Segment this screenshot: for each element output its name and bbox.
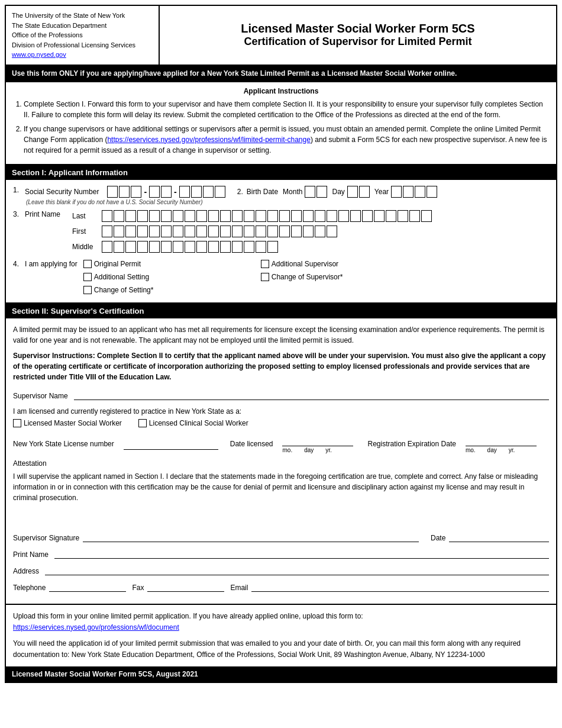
last-b-6[interactable]	[161, 210, 172, 222]
checkbox-original-permit-box[interactable]	[83, 260, 92, 268]
first-b-19[interactable]	[315, 226, 325, 237]
last-b-19[interactable]	[315, 210, 325, 222]
last-b-2[interactable]	[114, 210, 124, 222]
last-b-10[interactable]	[208, 210, 219, 222]
first-b-8[interactable]	[185, 226, 195, 237]
last-b-24[interactable]	[374, 210, 385, 222]
last-b-13[interactable]	[244, 210, 254, 222]
year-box-1[interactable]	[391, 186, 402, 198]
checkbox-additional-supervisor-box[interactable]	[261, 260, 269, 268]
mid-b-5[interactable]	[149, 241, 160, 253]
last-b-25[interactable]	[386, 210, 396, 222]
mid-b-6[interactable]	[161, 241, 172, 253]
mid-b-10[interactable]	[208, 241, 219, 253]
last-b-23[interactable]	[362, 210, 373, 222]
day-box-1[interactable]	[347, 186, 358, 198]
first-b-2[interactable]	[114, 226, 124, 237]
mid-b-12[interactable]	[232, 241, 243, 253]
year-boxes[interactable]	[391, 186, 437, 198]
last-b-12[interactable]	[232, 210, 243, 222]
first-b-5[interactable]	[149, 226, 160, 237]
ssn-box-9[interactable]	[215, 186, 225, 198]
first-b-4[interactable]	[137, 226, 148, 237]
first-b-13[interactable]	[244, 226, 254, 237]
month-boxes[interactable]	[305, 186, 327, 198]
year-box-2[interactable]	[403, 186, 414, 198]
first-b-6[interactable]	[161, 226, 172, 237]
mid-b-13[interactable]	[244, 241, 254, 253]
last-b-27[interactable]	[409, 210, 420, 222]
last-b-17[interactable]	[291, 210, 302, 222]
mid-b-4[interactable]	[137, 241, 148, 253]
last-b-11[interactable]	[220, 210, 231, 222]
ssn-box-4[interactable]	[149, 186, 160, 198]
day-box-2[interactable]	[359, 186, 370, 198]
checkbox-change-supervisor[interactable]: Change of Supervisor*	[261, 273, 343, 281]
first-name-boxes[interactable]	[102, 226, 337, 237]
supervisor-name-field[interactable]	[74, 388, 549, 400]
last-b-21[interactable]	[338, 210, 349, 222]
ssn-box-3[interactable]	[131, 186, 141, 198]
checkbox-change-setting[interactable]: Change of Setting*	[83, 286, 219, 294]
first-b-10[interactable]	[208, 226, 219, 237]
mid-b-7[interactable]	[173, 241, 183, 253]
ssn-boxes[interactable]: - -	[107, 186, 225, 198]
year-box-3[interactable]	[415, 186, 425, 198]
print-name-line[interactable]	[54, 547, 549, 559]
mid-b-8[interactable]	[185, 241, 195, 253]
checkbox-change-supervisor-box[interactable]	[261, 273, 269, 281]
checkbox-additional-setting[interactable]: Additional Setting	[83, 273, 219, 281]
last-b-26[interactable]	[398, 210, 408, 222]
last-b-20[interactable]	[327, 210, 337, 222]
sig-line[interactable]	[83, 530, 419, 542]
mid-b-15[interactable]	[267, 241, 278, 253]
mid-b-2[interactable]	[114, 241, 124, 253]
last-b-3[interactable]	[125, 210, 136, 222]
address-line[interactable]	[45, 563, 549, 575]
last-b-5[interactable]	[149, 210, 160, 222]
month-box-2[interactable]	[316, 186, 327, 198]
fax-line[interactable]	[147, 580, 224, 592]
first-b-1[interactable]	[102, 226, 112, 237]
org-website[interactable]: www.op.nysed.gov	[12, 51, 66, 58]
middle-name-boxes[interactable]	[102, 241, 278, 253]
last-b-28[interactable]	[421, 210, 432, 222]
first-b-7[interactable]	[173, 226, 183, 237]
checkbox-additional-setting-box[interactable]	[83, 273, 92, 281]
first-b-12[interactable]	[232, 226, 243, 237]
last-b-15[interactable]	[267, 210, 278, 222]
mid-b-9[interactable]	[196, 241, 207, 253]
first-b-20[interactable]	[327, 226, 337, 237]
checkbox-original-permit[interactable]: Original Permit	[83, 260, 219, 268]
first-b-11[interactable]	[220, 226, 231, 237]
ssn-box-7[interactable]	[191, 186, 202, 198]
first-b-9[interactable]	[196, 226, 207, 237]
last-name-boxes[interactable]	[102, 210, 432, 222]
last-b-18[interactable]	[303, 210, 314, 222]
email-line[interactable]	[251, 580, 549, 592]
checkbox-lmsw-box[interactable]	[13, 419, 21, 427]
mid-b-11[interactable]	[220, 241, 231, 253]
checkbox-change-setting-box[interactable]	[83, 286, 92, 294]
ssn-box-8[interactable]	[203, 186, 214, 198]
year-box-4[interactable]	[427, 186, 437, 198]
ssn-box-2[interactable]	[119, 186, 130, 198]
checkbox-lmsw[interactable]: Licensed Master Social Worker	[13, 419, 122, 427]
last-b-9[interactable]	[196, 210, 207, 222]
last-b-22[interactable]	[350, 210, 361, 222]
first-b-15[interactable]	[267, 226, 278, 237]
mid-b-1[interactable]	[102, 241, 112, 253]
last-b-14[interactable]	[256, 210, 266, 222]
ssn-box-5[interactable]	[161, 186, 172, 198]
last-b-7[interactable]	[173, 210, 183, 222]
telephone-line[interactable]	[49, 580, 126, 592]
ssn-box-1[interactable]	[107, 186, 118, 198]
first-b-17[interactable]	[291, 226, 302, 237]
first-b-18[interactable]	[303, 226, 314, 237]
checkbox-lcsw-box[interactable]	[138, 419, 147, 427]
checkbox-lcsw[interactable]: Licensed Clinical Social Worker	[138, 419, 248, 427]
date-line[interactable]	[449, 530, 549, 542]
date-licensed-field[interactable]	[282, 434, 353, 446]
first-b-3[interactable]	[125, 226, 136, 237]
ssn-box-6[interactable]	[179, 186, 190, 198]
